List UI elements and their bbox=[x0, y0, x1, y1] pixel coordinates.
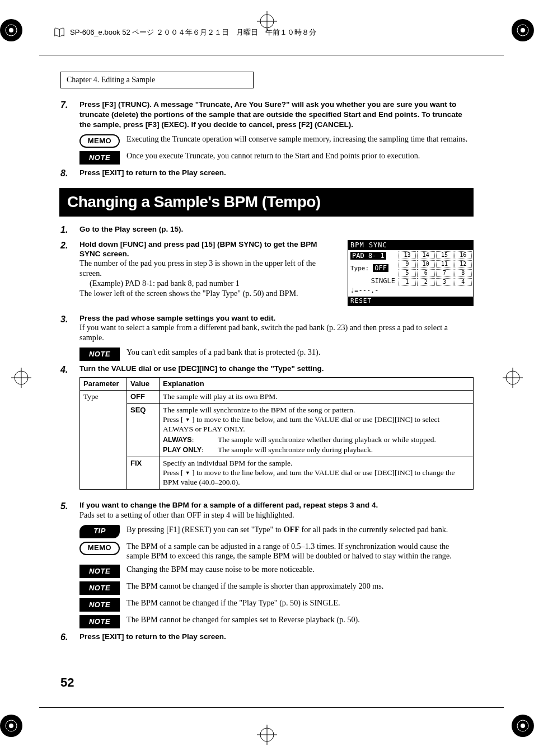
step-3: 3. Press the pad whose sample settings y… bbox=[60, 314, 474, 343]
lcd-footer: RESET bbox=[348, 297, 473, 306]
lcd-pad-cell: 16 bbox=[455, 251, 472, 259]
memo-badge: MEMO bbox=[79, 542, 120, 555]
header-rule-bottom bbox=[39, 707, 504, 708]
lcd-pad-line: PAD 8- 1 bbox=[350, 252, 386, 260]
registration-mark-bottom bbox=[257, 725, 277, 745]
lcd-screenshot: BPM SYNC PAD 8- 1 Type: OFF SINGLE ♩=---… bbox=[348, 240, 474, 306]
memo-callout-1: MEMO Executing the Truncate operation wi… bbox=[79, 134, 474, 148]
step-8: 8. Press [EXIT] to return to the Play sc… bbox=[60, 168, 474, 179]
seq-line1: The sample will synchronize to the BPM o… bbox=[163, 406, 470, 415]
step-number: 5. bbox=[60, 501, 79, 520]
step-number: 8. bbox=[60, 168, 79, 179]
lcd-type-label: Type: bbox=[350, 265, 369, 272]
note-badge: NOTE bbox=[79, 151, 120, 165]
lcd-pad-cell: 11 bbox=[436, 260, 453, 268]
memo-badge: MEMO bbox=[79, 134, 120, 148]
td-param: Type bbox=[80, 391, 127, 404]
lcd-single: SINGLE bbox=[371, 277, 395, 285]
td-value-off: OFF bbox=[130, 392, 145, 401]
step-1: 1. Go to the Play screen (p. 15). bbox=[60, 224, 474, 236]
registration-mark-left bbox=[11, 368, 31, 388]
note-text: The BPM cannot be changed if the "Play T… bbox=[127, 598, 474, 608]
note-text: Changing the BPM may cause noise to be m… bbox=[127, 565, 474, 575]
step-2: 2. Hold down [FUNC] and press pad [15] (… bbox=[60, 240, 340, 299]
print-ornament-tl bbox=[0, 17, 25, 44]
print-ornament-bl bbox=[0, 712, 25, 739]
header-rule-top bbox=[39, 55, 504, 55]
th-parameter: Parameter bbox=[80, 377, 127, 390]
td-value-seq: SEQ bbox=[130, 406, 146, 414]
note-callout-5: NOTE The BPM cannot be changed if the "P… bbox=[79, 598, 474, 612]
step-number: 1. bbox=[60, 224, 79, 236]
step-6: 6. Press [EXIT] to return to the Play sc… bbox=[60, 632, 474, 643]
note-badge: NOTE bbox=[79, 348, 120, 361]
note-text: The BPM cannot be changed if the sample … bbox=[127, 581, 474, 591]
tip-text: By pressing [F1] (RESET) you can set "Ty… bbox=[127, 525, 474, 535]
td-expl-fix: Specify an individual BPM for the sample… bbox=[160, 457, 474, 490]
lcd-pad-cell: 6 bbox=[417, 269, 434, 277]
book-icon bbox=[53, 26, 65, 39]
th-value: Value bbox=[127, 377, 160, 390]
lcd-pad-grid: 13 14 15 16 9 10 11 12 5 6 7 8 1 2 bbox=[399, 251, 472, 286]
step-number: 3. bbox=[60, 314, 79, 343]
note-callout-2: NOTE You can't edit samples of a pad ban… bbox=[79, 348, 474, 361]
td-param-empty bbox=[80, 403, 127, 457]
svg-point-11 bbox=[521, 724, 525, 728]
step-7-text: Press [F3] (TRUNC). A message "Truncate,… bbox=[79, 100, 462, 129]
fix-line2: Press [ ] to move to the line below, and… bbox=[163, 468, 470, 487]
lcd-header: BPM SYNC bbox=[348, 241, 473, 250]
svg-point-8 bbox=[9, 724, 13, 728]
step-number: 2. bbox=[60, 240, 79, 299]
lcd-pad-cell: 5 bbox=[399, 269, 416, 277]
fix-line1: Specify an individual BPM for the sample… bbox=[163, 459, 470, 468]
seq-playonly-row: PLAY ONLY: The sample will synchronize o… bbox=[163, 445, 470, 455]
registration-mark-right bbox=[503, 368, 523, 388]
step-3-line1: If you want to select a sample from a di… bbox=[79, 323, 474, 343]
th-explanation: Explanation bbox=[160, 377, 474, 390]
td-expl-seq: The sample will synchronize to the BPM o… bbox=[160, 403, 474, 457]
book-info-text: SP-606_e.book 52 ページ ２００４年６月２１日 月曜日 午前１０… bbox=[70, 27, 316, 37]
lcd-type-value: OFF bbox=[373, 264, 388, 272]
note-callout-1: NOTE Once you execute Truncate, you cann… bbox=[79, 151, 474, 165]
svg-point-2 bbox=[9, 28, 13, 32]
note-callout-4: NOTE The BPM cannot be changed if the sa… bbox=[79, 581, 474, 595]
section-heading: Changing a Sample's BPM (Tempo) bbox=[59, 188, 474, 217]
memo-callout-2: MEMO The BPM of a sample can be adjusted… bbox=[79, 542, 474, 562]
step-2-line1: The number of the pad you press in step … bbox=[79, 259, 340, 279]
page-number: 52 bbox=[60, 675, 74, 690]
lcd-pad-cell: 3 bbox=[436, 278, 453, 286]
print-ornament-tr bbox=[509, 17, 534, 44]
tip-callout-1: TIP By pressing [F1] (RESET) you can set… bbox=[79, 525, 474, 538]
print-ornament-br bbox=[509, 712, 534, 739]
step-4: 4. Turn the VALUE dial or use [DEC][INC]… bbox=[60, 364, 474, 496]
lcd-pad-cell: 2 bbox=[417, 278, 434, 286]
step-1-text: Go to the Play screen (p. 15). bbox=[79, 225, 183, 233]
lcd-pad-cell: 1 bbox=[399, 278, 416, 286]
lcd-pad-cell: 7 bbox=[436, 269, 453, 277]
seq-line2: Press [ ] to move to the line below, and… bbox=[163, 415, 470, 434]
step-2-bold: Hold down [FUNC] and press pad [15] (BPM… bbox=[79, 240, 340, 259]
memo-text: Executing the Truncate operation will co… bbox=[127, 134, 474, 144]
chapter-heading: Chapter 4. Editing a Sample bbox=[60, 72, 254, 88]
lcd-pad-cell: 4 bbox=[455, 278, 472, 286]
step-7: 7. Press [F3] (TRUNC). A message "Trunca… bbox=[60, 100, 474, 130]
td-param-empty bbox=[80, 457, 127, 490]
lcd-pad-cell: 14 bbox=[417, 251, 434, 259]
lcd-bpm-line: ♩=---.- bbox=[350, 286, 395, 295]
step-2-line3: The lower left of the screen shows the "… bbox=[79, 289, 340, 299]
tip-badge: TIP bbox=[79, 525, 120, 538]
note-badge: NOTE bbox=[79, 565, 120, 578]
memo-text: The BPM of a sample can be adjusted in a… bbox=[127, 542, 474, 562]
step-2-line2: (Example) PAD 8-1: pad bank 8, pad numbe… bbox=[79, 279, 340, 289]
step-6-text: Press [EXIT] to return to the Play scree… bbox=[79, 632, 226, 641]
step-number: 6. bbox=[60, 632, 79, 643]
lcd-pad-cell: 13 bbox=[399, 251, 416, 259]
page-content: 7. Press [F3] (TRUNC). A message "Trunca… bbox=[60, 100, 474, 647]
step-3-bold: Press the pad whose sample settings you … bbox=[79, 314, 474, 323]
note-text: You can't edit samples of a pad bank tha… bbox=[127, 348, 474, 358]
td-value-fix: FIX bbox=[130, 459, 142, 467]
note-callout-3: NOTE Changing the BPM may cause noise to… bbox=[79, 565, 474, 578]
seq-always-row: ALWAYS: The sample will synchronize whet… bbox=[163, 435, 470, 445]
step-number: 7. bbox=[60, 100, 79, 130]
chapter-heading-text: Chapter 4. Editing a Sample bbox=[67, 76, 155, 84]
